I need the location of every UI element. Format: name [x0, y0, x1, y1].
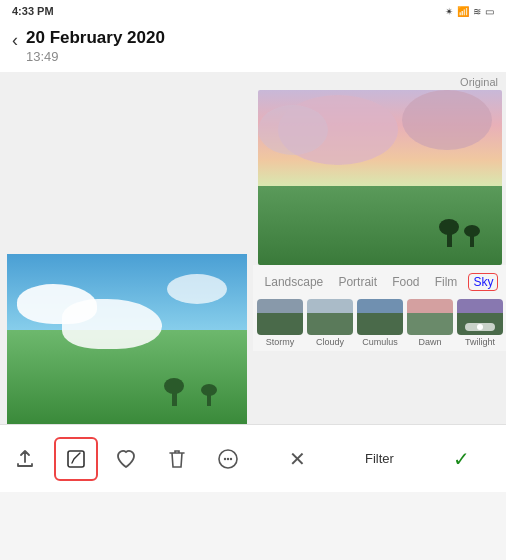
check-icon: ✓: [453, 447, 470, 471]
tree-decoration: [447, 229, 452, 247]
battery-icon: ▭: [485, 6, 494, 17]
status-icons: ✴ 📶 ≋ ▭: [445, 6, 494, 17]
filter-thumbnails: StormyCloudyCumulusDawnTwilightGlow: [253, 295, 506, 351]
filter-cat-food[interactable]: Food: [388, 273, 423, 291]
status-time: 4:33 PM: [12, 5, 54, 17]
cloud-decoration: [167, 274, 227, 304]
status-bar: 4:33 PM ✴ 📶 ≋ ▭: [0, 0, 506, 22]
header-time: 13:49: [26, 49, 165, 64]
bluetooth-icon: ✴: [445, 6, 453, 17]
tree-decoration: [172, 388, 177, 406]
header-date: 20 February 2020: [26, 28, 165, 48]
slider-icon: [465, 323, 495, 331]
header-title-block: 20 February 2020 13:49: [26, 28, 165, 64]
header: ‹ 20 February 2020 13:49: [0, 22, 506, 72]
edited-photo: [258, 90, 502, 265]
filter-thumb-cloudy[interactable]: Cloudy: [307, 299, 353, 347]
original-image-area: [0, 72, 253, 424]
delete-button[interactable]: [155, 437, 199, 481]
filter-thumb-img-cumulus: [357, 299, 403, 335]
cloud-decoration: [258, 105, 328, 155]
filter-thumb-label-dawn: Dawn: [418, 337, 441, 347]
filter-cat-landscape[interactable]: Landscape: [261, 273, 328, 291]
filter-thumb-img-cloudy: [307, 299, 353, 335]
filter-cat-sky[interactable]: Sky: [468, 273, 498, 291]
svg-point-2: [223, 457, 225, 459]
filter-cat-portrait[interactable]: Portrait: [334, 273, 381, 291]
svg-point-4: [229, 457, 231, 459]
filter-thumb-dawn[interactable]: Dawn: [407, 299, 453, 347]
filter-thumb-stormy[interactable]: Stormy: [257, 299, 303, 347]
filter-categories: LandscapePortraitFoodFilmSky: [253, 265, 506, 295]
svg-point-3: [226, 457, 228, 459]
cloud-decoration: [402, 90, 492, 150]
cancel-button[interactable]: ✕: [276, 437, 320, 481]
more-button[interactable]: [206, 437, 250, 481]
filter-thumb-label-cloudy: Cloudy: [316, 337, 344, 347]
tree-decoration: [470, 233, 474, 247]
filter-thumb-twilight[interactable]: Twilight: [457, 299, 503, 347]
confirm-button[interactable]: ✓: [439, 437, 483, 481]
filter-thumb-img-stormy: [257, 299, 303, 335]
filter-thumb-cumulus[interactable]: Cumulus: [357, 299, 403, 347]
cloud-decoration: [62, 299, 162, 349]
tree-decoration: [207, 392, 211, 406]
right-panel: Original LandscapePortraitFoodFilmSky St…: [253, 72, 506, 492]
filter-thumb-label-twilight: Twilight: [465, 337, 495, 347]
wifi-icon: ≋: [473, 6, 481, 17]
close-icon: ✕: [289, 447, 306, 471]
favorite-button[interactable]: [104, 437, 148, 481]
original-label: Original: [253, 72, 506, 90]
svg-rect-0: [68, 451, 84, 467]
filter-label: Filter: [365, 451, 394, 466]
original-photo: [7, 254, 247, 424]
back-button[interactable]: ‹: [12, 30, 18, 51]
filter-thumb-img-dawn: [407, 299, 453, 335]
left-panel: [0, 72, 253, 492]
filter-cat-film[interactable]: Film: [431, 273, 462, 291]
right-bottom-bar: ✕ Filter ✓: [253, 424, 506, 492]
main-content: Original LandscapePortraitFoodFilmSky St…: [0, 72, 506, 492]
left-toolbar: [0, 424, 253, 492]
filter-thumb-label-cumulus: Cumulus: [362, 337, 398, 347]
filter-thumb-img-twilight: [457, 299, 503, 335]
share-button[interactable]: [3, 437, 47, 481]
filter-thumb-label-stormy: Stormy: [266, 337, 295, 347]
signal-icon: 📶: [457, 6, 469, 17]
edit-button[interactable]: [54, 437, 98, 481]
